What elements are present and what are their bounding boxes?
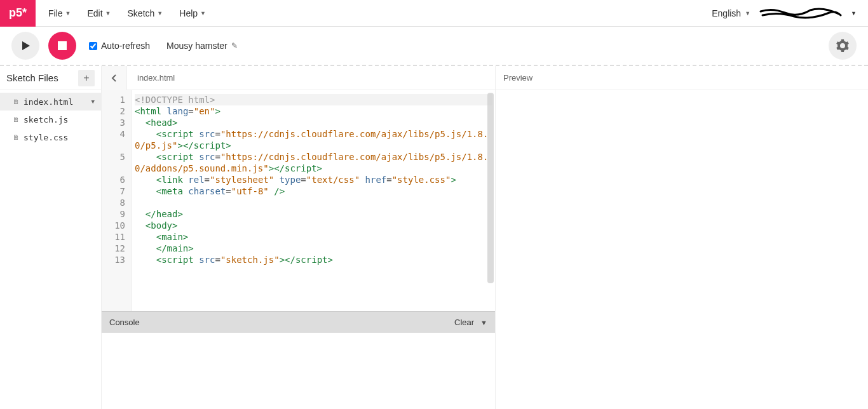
main-area: Sketch Files + 🗎index.html▼🗎sketch.js🗎st… <box>0 66 868 409</box>
active-tab[interactable]: index.html <box>127 73 185 83</box>
code-content[interactable]: <!DOCTYPE html><html lang="en"> <head> <… <box>132 90 495 311</box>
caret-down-icon: ▼ <box>157 10 163 17</box>
caret-down-icon: ▼ <box>745 10 750 17</box>
menu-list: File▼ Edit▼ Sketch▼ Help▼ <box>36 4 212 22</box>
sketch-name: Mousy hamster ✎ <box>166 41 238 51</box>
toolbar: Auto-refresh Mousy hamster ✎ <box>0 27 868 66</box>
file-item[interactable]: 🗎index.html▼ <box>0 93 101 111</box>
menu-label: Help <box>179 8 198 18</box>
menu-label: Edit <box>87 8 102 18</box>
play-icon <box>20 40 31 51</box>
menu-edit[interactable]: Edit▼ <box>81 4 117 22</box>
stop-icon <box>58 41 67 50</box>
p5-logo[interactable]: p5* <box>0 0 36 27</box>
console-body <box>102 333 495 409</box>
file-sidebar: Sketch Files + 🗎index.html▼🗎sketch.js🗎st… <box>0 66 102 409</box>
menu-help[interactable]: Help▼ <box>173 4 212 22</box>
auto-refresh-label: Auto-refresh <box>101 41 150 51</box>
menu-file[interactable]: File▼ <box>42 4 77 22</box>
file-icon: 🗎 <box>13 133 20 142</box>
play-button[interactable] <box>11 32 39 60</box>
sidebar-title: Sketch Files <box>6 72 58 83</box>
file-item[interactable]: 🗎style.css <box>0 128 101 146</box>
caret-down-icon: ▼ <box>105 10 111 17</box>
caret-down-icon: ▼ <box>851 10 857 17</box>
gear-icon <box>836 39 849 52</box>
language-selector[interactable]: English▼ <box>712 8 750 18</box>
caret-down-icon: ▼ <box>200 10 206 17</box>
edit-name-icon[interactable]: ✎ <box>231 41 238 50</box>
file-name: index.html <box>24 97 73 107</box>
caret-down-icon[interactable]: ▼ <box>92 98 95 105</box>
file-name: sketch.js <box>24 115 68 124</box>
editor-area: index.html 12345678910111213 <!DOCTYPE h… <box>102 66 496 409</box>
console-header: Console Clear ▼ <box>102 311 495 333</box>
stop-button[interactable] <box>48 32 76 60</box>
menu-label: Sketch <box>128 8 155 18</box>
console-clear-button[interactable]: Clear <box>454 318 474 327</box>
topbar-right: English▼ ▼ <box>712 6 868 20</box>
scrollbar[interactable] <box>487 93 494 283</box>
collapse-sidebar-button[interactable] <box>102 66 127 90</box>
file-item[interactable]: 🗎sketch.js <box>0 111 101 128</box>
file-icon: 🗎 <box>13 98 20 106</box>
auto-refresh-checkbox[interactable] <box>89 42 97 50</box>
console-title: Console <box>109 318 140 327</box>
language-label: English <box>712 8 741 18</box>
file-name: style.css <box>24 133 68 142</box>
auto-refresh-toggle: Auto-refresh <box>89 41 150 51</box>
menu-label: File <box>48 8 63 18</box>
preview-canvas <box>496 90 868 409</box>
menu-sketch[interactable]: Sketch▼ <box>121 4 170 22</box>
settings-button[interactable] <box>829 32 857 60</box>
file-icon: 🗎 <box>13 116 20 124</box>
editor-tabs: index.html <box>102 66 495 90</box>
top-menubar: p5* File▼ Edit▼ Sketch▼ Help▼ English▼ ▼ <box>0 0 868 27</box>
sidebar-header: Sketch Files + <box>0 66 101 90</box>
chevron-down-icon[interactable]: ▼ <box>480 319 487 326</box>
line-gutter: 12345678910111213 <box>102 90 132 311</box>
add-file-button[interactable]: + <box>78 70 95 86</box>
preview-header: Preview <box>496 66 868 90</box>
caret-down-icon: ▼ <box>65 10 71 17</box>
code-editor[interactable]: 12345678910111213 <!DOCTYPE html><html l… <box>102 90 495 311</box>
file-list: 🗎index.html▼🗎sketch.js🗎style.css <box>0 90 101 146</box>
chevron-left-icon <box>111 74 118 82</box>
user-menu[interactable] <box>759 6 842 20</box>
preview-area: Preview <box>496 66 868 409</box>
sketch-name-text: Mousy hamster <box>166 41 227 51</box>
